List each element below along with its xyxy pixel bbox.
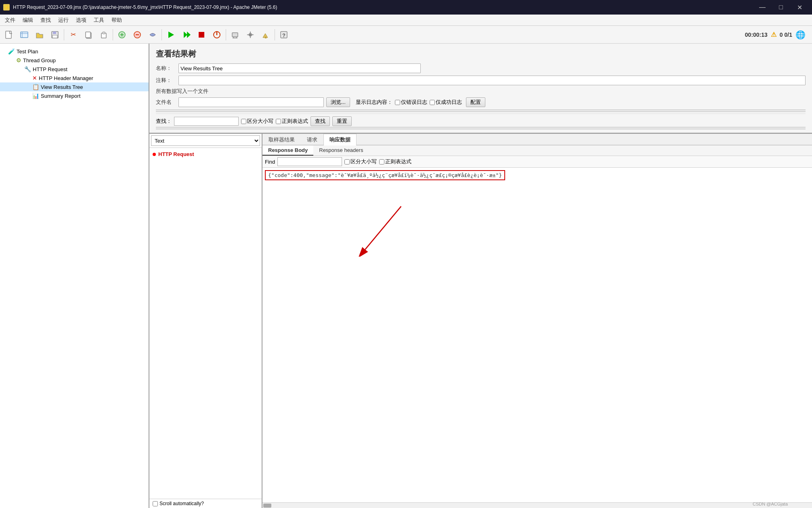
close-button[interactable]: ✕ [790, 0, 809, 15]
regex-checkbox[interactable] [276, 119, 281, 124]
tab-request[interactable]: 请求 [301, 134, 323, 145]
open-button[interactable] [32, 27, 47, 42]
svg-marker-17 [184, 32, 187, 38]
scroll-thumb[interactable] [263, 504, 271, 508]
file-label: 文件名 [156, 99, 176, 106]
thread-group-icon: ⚙ [16, 57, 21, 63]
menu-run[interactable]: 运行 [55, 15, 72, 25]
svg-point-26 [249, 33, 252, 36]
menu-file[interactable]: 文件 [2, 15, 19, 25]
find-regex-checkbox[interactable] [379, 159, 384, 164]
text-format-dropdown[interactable]: Text XML HTML JSON CSS/JQuery [151, 135, 260, 146]
minimize-button[interactable]: — [753, 0, 772, 15]
find-button[interactable]: 查找 [311, 116, 330, 126]
menu-bar: 文件 编辑 查找 运行 选项 工具 帮助 [0, 15, 812, 26]
find-regex-label: 正则表达式 [379, 158, 411, 165]
sub-tab-response-body[interactable]: Response Body [262, 145, 313, 156]
menu-options[interactable]: 选项 [73, 15, 90, 25]
cut-button[interactable]: ✂ [66, 27, 80, 42]
sidebar-item-http-request[interactable]: 🔧 HTTP Request [0, 65, 149, 74]
sidebar-label-http-request: HTTP Request [33, 66, 67, 72]
tab-sampler-result[interactable]: 取样器结果 [262, 134, 301, 145]
only-success-checkbox[interactable] [430, 100, 435, 105]
menu-find[interactable]: 查找 [37, 15, 54, 25]
start-no-pause-button[interactable] [179, 27, 193, 42]
warning-count: 0 0/1 [780, 32, 792, 38]
svg-line-31 [365, 207, 401, 250]
copy-button[interactable] [81, 27, 96, 42]
paste-button[interactable] [97, 27, 111, 42]
svg-rect-6 [52, 35, 57, 38]
sidebar-item-thread-group[interactable]: ⚙ Thread Group [0, 56, 149, 65]
templates-button[interactable] [17, 27, 31, 42]
content-area: Text XML HTML JSON CSS/JQuery HTTP Reque… [149, 133, 812, 508]
search-input[interactable] [174, 117, 239, 126]
sub-tab-response-headers[interactable]: Response headers [313, 145, 369, 156]
sidebar-item-view-results-tree[interactable]: 📋 View Results Tree [0, 82, 149, 91]
toggle-button[interactable] [145, 27, 160, 42]
sidebar-item-http-header-manager[interactable]: ✕ HTTP Header Manager [0, 74, 149, 82]
sep4 [226, 29, 226, 40]
sidebar-label-summary-report: Summary Report [41, 93, 80, 99]
write-to-file-label: 所有数据写入一个文件 [156, 88, 806, 95]
remote-button[interactable] [228, 27, 242, 42]
svg-rect-0 [6, 31, 11, 38]
sidebar-item-test-plan[interactable]: 🧪 Test Plan [0, 47, 149, 56]
svg-rect-5 [53, 32, 56, 34]
result-tree-panel: Text XML HTML JSON CSS/JQuery HTTP Reque… [149, 134, 262, 508]
result-item-label: HTTP Request [158, 151, 194, 157]
panel-title: 查看结果树 [156, 48, 806, 59]
sidebar-label-test-plan: Test Plan [17, 48, 38, 55]
menu-tools[interactable]: 工具 [90, 15, 107, 25]
menu-help[interactable]: 帮助 [108, 15, 125, 25]
response-code-box: {"code":400,"message":"è¯¥æ¥å£ä¸ºä½¿ç¨çæ… [265, 170, 505, 180]
right-panel: 查看结果树 名称： 注释： 所有数据写入一个文件 文件名 浏览... 显示日志内… [149, 44, 812, 508]
sidebar-item-summary-report[interactable]: 📊 Summary Report [0, 91, 149, 100]
expand-button[interactable] [115, 27, 129, 42]
reset-button[interactable]: 重置 [332, 116, 352, 126]
svg-rect-1 [21, 32, 28, 38]
search-label: 查找： [156, 118, 172, 125]
resize-handle-top[interactable] [156, 110, 806, 112]
name-input[interactable] [178, 63, 421, 73]
case-sensitive-label: 区分大小写 [241, 118, 273, 125]
toolbar: ✂ ? [0, 26, 812, 44]
scroll-auto-checkbox[interactable] [153, 501, 158, 506]
stop-button[interactable] [194, 27, 209, 42]
file-input[interactable] [178, 97, 324, 107]
config-button[interactable]: 配置 [466, 97, 485, 107]
resize-handle-bottom[interactable] [156, 127, 806, 129]
app-icon: ⚡ [3, 4, 10, 11]
result-tree-list: HTTP Request [149, 148, 262, 499]
window-title: HTTP Request_2023-07-09.jmx (D:\java\apa… [13, 4, 750, 10]
log-display-label: 显示日志内容： [356, 99, 392, 106]
case-sensitive-checkbox[interactable] [241, 119, 246, 124]
result-item-http-request[interactable]: HTTP Request [149, 150, 262, 159]
svg-marker-16 [168, 32, 174, 38]
maximize-button[interactable]: □ [772, 0, 790, 15]
help-button[interactable]: ? [277, 27, 291, 42]
only-error-checkbox[interactable] [395, 100, 400, 105]
settings-button[interactable] [243, 27, 258, 42]
file-row: 文件名 浏览... 显示日志内容： 仅错误日志 仅成功日志 配置 [156, 97, 806, 107]
browse-button[interactable]: 浏览... [326, 97, 350, 107]
response-tab-bar: 取样器结果 请求 响应数据 [262, 134, 812, 145]
error-dot [153, 153, 156, 156]
main-content: 🧪 Test Plan ⚙ Thread Group 🔧 HTTP Reques… [0, 44, 812, 508]
clear-button[interactable] [258, 27, 273, 42]
start-button[interactable] [164, 27, 178, 42]
menu-edit[interactable]: 编辑 [19, 15, 36, 25]
save-button[interactable] [48, 27, 62, 42]
find-case-checkbox[interactable] [344, 159, 350, 164]
collapse-button[interactable] [130, 27, 145, 42]
find-input[interactable] [277, 157, 342, 166]
shutdown-button[interactable] [210, 27, 224, 42]
new-button[interactable] [2, 27, 16, 42]
bottom-scrollbar[interactable] [262, 502, 812, 508]
response-panel: 取样器结果 请求 响应数据 Response Body Response hea… [262, 134, 812, 508]
toolbar-timer-area: 00:00:13 ⚠ 0 0/1 🌐 [745, 30, 810, 40]
svg-rect-19 [199, 32, 204, 38]
comment-input[interactable] [178, 76, 806, 85]
sidebar-label-results-tree: View Results Tree [41, 84, 83, 90]
tab-response-data[interactable]: 响应数据 [323, 134, 357, 145]
